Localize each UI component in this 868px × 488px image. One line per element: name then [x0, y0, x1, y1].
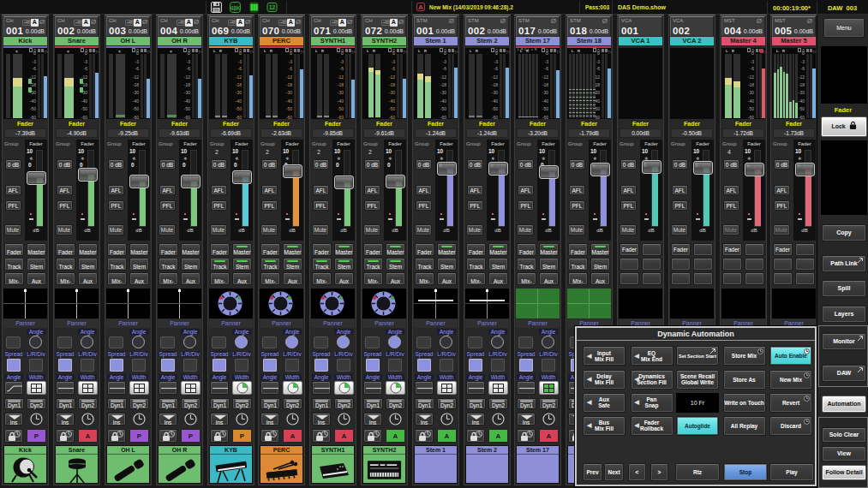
svg-text:48K: 48K: [230, 5, 241, 11]
svg-text:12: 12: [269, 4, 276, 10]
